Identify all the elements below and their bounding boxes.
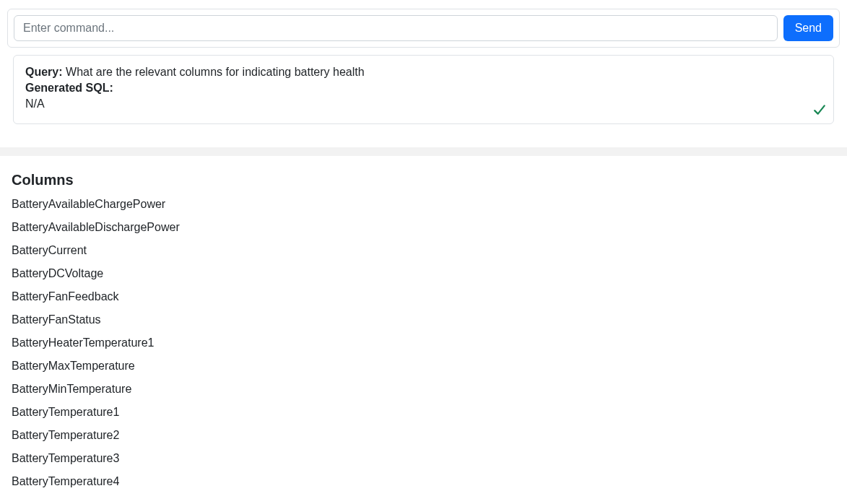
columns-section: Columns BatteryAvailableChargePower Batt… bbox=[0, 172, 847, 493]
list-item: BatteryCurrent bbox=[12, 239, 835, 262]
list-item: BatteryDCVoltage bbox=[12, 262, 835, 285]
send-button[interactable]: Send bbox=[783, 15, 833, 41]
check-icon bbox=[813, 103, 826, 116]
list-item: BatteryFanFeedback bbox=[12, 285, 835, 308]
list-item: BatteryAvailableChargePower bbox=[12, 193, 835, 216]
list-item: BatteryTemperature2 bbox=[12, 424, 835, 447]
list-item: BatteryHeaterTemperature1 bbox=[12, 331, 835, 355]
query-label: Query: bbox=[25, 66, 63, 78]
query-line: Query: What are the relevant columns for… bbox=[25, 66, 822, 79]
command-card: Send bbox=[7, 9, 840, 48]
list-item: BatteryTemperature1 bbox=[12, 401, 835, 424]
query-value: What are the relevant columns for indica… bbox=[66, 66, 365, 78]
list-item: BatteryMaxTemperature bbox=[12, 355, 835, 378]
list-item: BatteryMinTemperature bbox=[12, 378, 835, 401]
list-item: BatteryFanStatus bbox=[12, 308, 835, 331]
list-item: BatteryAvailableDischargePower bbox=[12, 216, 835, 239]
sql-label: Generated SQL: bbox=[25, 82, 113, 94]
input-row: Send bbox=[14, 15, 833, 41]
list-item: BatteryTemperature4 bbox=[12, 470, 835, 493]
columns-heading: Columns bbox=[12, 172, 835, 188]
sql-label-line: Generated SQL: bbox=[25, 82, 822, 95]
sql-value: N/A bbox=[25, 97, 822, 110]
section-separator bbox=[0, 147, 847, 156]
command-input[interactable] bbox=[14, 15, 778, 41]
result-card: Query: What are the relevant columns for… bbox=[13, 55, 834, 124]
list-item: BatteryTemperature3 bbox=[12, 447, 835, 470]
